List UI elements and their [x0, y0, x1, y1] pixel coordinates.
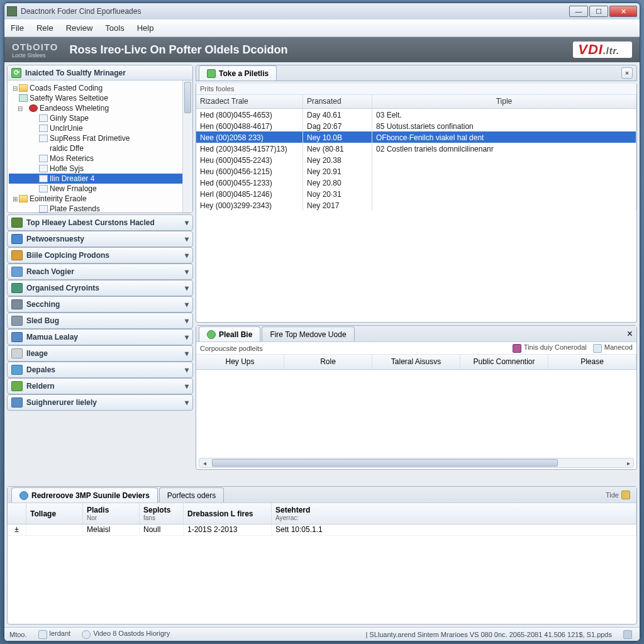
- status-c[interactable]: Video 8 Oastods Hiorigry: [82, 630, 170, 638]
- tree-item[interactable]: raldic Dffe: [9, 143, 191, 153]
- doc-icon: [39, 125, 48, 132]
- cell-c: [372, 177, 636, 188]
- list-row[interactable]: Hed (800)0455-4653)Day 40.6103 Eelt.: [196, 109, 636, 120]
- cell-a: Hed (600)0455-1233): [196, 177, 303, 188]
- close-button[interactable]: ✕: [609, 6, 637, 17]
- list-row[interactable]: Herl (800)0485-1246)Noy 20·31: [196, 188, 636, 199]
- detail-hscroll[interactable]: ◂ ▸: [199, 458, 634, 468]
- minimize-button[interactable]: —: [569, 6, 588, 17]
- accordion-item[interactable]: Secching▾: [7, 296, 193, 313]
- tab-toke[interactable]: Toke a Piletlis: [199, 65, 277, 80]
- tab-close-button[interactable]: ×: [621, 67, 633, 79]
- accordion-item[interactable]: Reldern▾: [7, 378, 193, 394]
- refresh-icon[interactable]: ⟳: [11, 68, 21, 78]
- dcol-heyups[interactable]: Hey Ups: [196, 355, 284, 369]
- tab-redreroove-label: Redreroove 3MP Suunile Deviers: [31, 491, 150, 500]
- tab-fire[interactable]: Fire Top Medove Uode: [262, 326, 354, 341]
- status-b[interactable]: lerdant: [38, 630, 71, 638]
- dcol-please[interactable]: Please: [548, 355, 636, 369]
- tree-item[interactable]: New Frnaloge: [9, 184, 191, 194]
- accordion-item[interactable]: Organised Cryroints▾: [7, 280, 193, 296]
- fold-icon: [19, 84, 28, 92]
- doc-icon: [39, 114, 48, 122]
- accordion-item[interactable]: Biile Coplcing Prodons▾: [7, 247, 193, 264]
- tab-pleall[interactable]: Pleall Bie: [199, 326, 260, 341]
- list-row[interactable]: Hed (200)3485-41577)13)Nev (80·8102 Cost…: [196, 143, 636, 154]
- tree-scrollbar[interactable]: [182, 80, 192, 213]
- col-pransated[interactable]: Pransated: [303, 95, 372, 108]
- tree-item[interactable]: Hofle Syjs: [9, 164, 191, 174]
- accordion-item[interactable]: Top Hleaey Labest Curstons Hacled▾: [7, 214, 193, 231]
- dcol-taleral[interactable]: Taleral Aisusvs: [372, 355, 460, 369]
- list-row[interactable]: Nee (00)2058 233)Ney 10.0BOFbonce·Fenilc…: [196, 131, 636, 143]
- scroll-left-icon[interactable]: ◂: [199, 458, 209, 467]
- nav-tree[interactable]: ⊟Coads Fasted CodingSatefty Wares Seltet…: [8, 80, 192, 213]
- list-row[interactable]: Heu (600)0456-1215)Ney 20.91: [196, 165, 636, 177]
- maximize-button[interactable]: ☐: [589, 6, 608, 17]
- menu-file[interactable]: File: [11, 23, 24, 33]
- bcol-tollage[interactable]: Tollage: [26, 503, 83, 524]
- menu-tools[interactable]: Tools: [105, 23, 124, 33]
- bcol-seplots[interactable]: Seplotsfans: [140, 503, 184, 524]
- status-a: Mtoo.: [9, 631, 27, 638]
- tree-item[interactable]: Mos Reterics: [9, 153, 191, 164]
- accordion-item[interactable]: Suighnerurer lielely▾: [7, 394, 193, 411]
- bottom-header: Tollage PladisNor Seplotsfans Drebassion…: [8, 503, 636, 525]
- detail-body[interactable]: ◂ ▸: [196, 370, 636, 469]
- lock-icon[interactable]: [621, 491, 630, 499]
- tree-label: Mos Reterics: [50, 154, 94, 163]
- tree-label: Ginly Stape: [50, 114, 89, 123]
- accordion-label: Biile Coplcing Prodons: [26, 251, 109, 260]
- tree-item[interactable]: Plate Fastends: [9, 204, 191, 213]
- bcol-drebassion[interactable]: Drebassion L fires: [184, 503, 272, 524]
- list-row[interactable]: Hed (600)0455-1233)Ney 20.80: [196, 177, 636, 188]
- menu-review[interactable]: Review: [66, 23, 93, 33]
- tree-item[interactable]: ⊟Eandeoss Wheleting: [9, 103, 191, 113]
- tool-manecod[interactable]: Manecod: [593, 343, 633, 352]
- row-expand-icon[interactable]: ±: [8, 525, 26, 535]
- menu-help[interactable]: Help: [137, 23, 154, 33]
- tree-scroll-thumb[interactable]: [184, 82, 191, 113]
- detail-close-button[interactable]: ×: [627, 328, 633, 340]
- list-row[interactable]: Hen (600)0488-4617)Dag 20:6785 Uotust.st…: [196, 120, 636, 131]
- cell-c: [372, 165, 636, 177]
- tab-porfects[interactable]: Porfects oders: [159, 487, 224, 502]
- tree-item[interactable]: SupRess Frat Drimetive: [9, 133, 191, 143]
- bcol-expand[interactable]: [8, 503, 26, 524]
- tab-redreroove[interactable]: Redreroove 3MP Suunile Deviers: [11, 487, 158, 502]
- bcol-pladis[interactable]: PladisNor: [83, 503, 140, 524]
- tree-item[interactable]: Ilin Dreatier 4: [9, 174, 191, 184]
- tree-item[interactable]: ⊞Eointeirity Eraole: [9, 194, 191, 204]
- list-body[interactable]: Hed (800)0455-4653)Day 40.6103 Eelt.Hen …: [196, 109, 636, 211]
- list-row[interactable]: Heu (600)0455-2243)Ney 20.38: [196, 154, 636, 165]
- menubar: File Rele Review Tools Help: [4, 19, 640, 37]
- tree-item[interactable]: ⊟Coads Fasted Coding: [9, 83, 191, 93]
- redc-icon: [29, 104, 38, 112]
- tree-label: raldic Dffe: [50, 144, 84, 153]
- list-row[interactable]: Hey (000)3299-2343)Ney 2017: [196, 199, 636, 211]
- tree-item[interactable]: UnclrUnie: [9, 123, 191, 133]
- accordion-item[interactable]: Reach Vogier▾: [7, 264, 193, 280]
- dcol-public[interactable]: Public Comnentior: [460, 355, 548, 369]
- dcol-role[interactable]: Role: [284, 355, 372, 369]
- col-tiple[interactable]: Tiple: [372, 95, 636, 108]
- window-title: Deactnork Foder Cind Eporfiueades: [21, 7, 141, 16]
- tree-label: UnclrUnie: [50, 124, 83, 133]
- detail-scroll-thumb[interactable]: [212, 459, 558, 467]
- chevron-down-icon: ▾: [185, 365, 189, 374]
- tool-tinis[interactable]: Tinis duiy Conerodal: [513, 343, 587, 352]
- accordion-item[interactable]: Sled Bug▾: [7, 313, 193, 329]
- menu-rele[interactable]: Rele: [36, 23, 53, 33]
- bcol-setehterd[interactable]: SetehterdAyerrac:: [272, 503, 636, 524]
- bottom-row[interactable]: ± Melaisl Noull 1-201S 2-2013 Sett 10:05…: [8, 525, 636, 536]
- accordion-item[interactable]: Depales▾: [7, 362, 193, 378]
- accordion-item[interactable]: Mamua Lealay▾: [7, 329, 193, 345]
- list-header: Rizadect Trale Pransated Tiple: [196, 95, 636, 109]
- tree-item[interactable]: Satefty Wares Seltetioe: [9, 93, 191, 103]
- accordion-item[interactable]: Petwoersnuesty▾: [7, 231, 193, 247]
- tree-item[interactable]: Ginly Stape: [9, 113, 191, 123]
- scroll-right-icon[interactable]: ▸: [623, 458, 633, 467]
- resize-grip-icon[interactable]: [623, 630, 632, 639]
- accordion-item[interactable]: Ileage▾: [7, 345, 193, 362]
- col-rizadect[interactable]: Rizadect Trale: [196, 95, 303, 108]
